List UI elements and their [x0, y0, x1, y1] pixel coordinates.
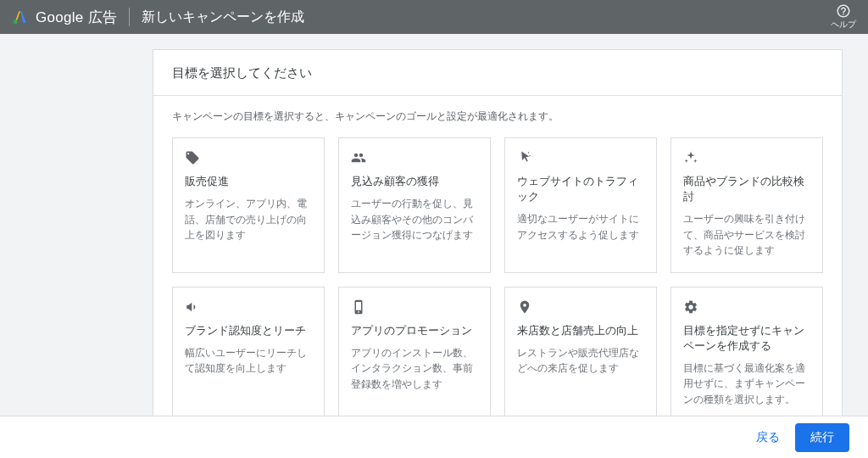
goal-title: 商品やブランドの比較検討 — [683, 174, 810, 204]
continue-button[interactable]: 続行 — [795, 423, 849, 452]
section-description: キャンペーンの目標を選択すると、キャンペーンのゴールと設定が最適化されます。 — [172, 109, 823, 124]
people-icon — [351, 150, 478, 167]
cursor-icon — [517, 150, 644, 167]
help-icon — [836, 3, 851, 19]
app-header: Google 広告 新しいキャンペーンを作成 ヘルプ — [0, 0, 868, 34]
goal-title: ブランド認知度とリーチ — [185, 323, 312, 338]
back-button[interactable]: 戻る — [756, 430, 780, 445]
goal-selection-card: 目標を選択してください キャンペーンの目標を選択すると、キャンペーンのゴールと設… — [153, 49, 843, 458]
goal-card-2[interactable]: ウェブサイトのトラフィック適切なユーザーがサイトにアクセスするよう促します — [504, 137, 657, 273]
phone-icon — [351, 299, 478, 316]
gear-icon — [683, 299, 810, 316]
goal-card-3[interactable]: 商品やブランドの比較検討ユーザーの興味を引き付けて、商品やサービスを検討するよう… — [670, 137, 823, 273]
goal-description: オンライン、アプリ内、電話、店舗での売り上げの向上を図ります — [185, 196, 312, 243]
help-button[interactable]: ヘルプ — [831, 3, 856, 31]
goal-title: ウェブサイトのトラフィック — [517, 174, 644, 204]
section-divider — [153, 95, 842, 96]
page-title: 新しいキャンペーンを作成 — [142, 8, 304, 26]
goal-description: ユーザーの興味を引き付けて、商品やサービスを検討するように促します — [683, 211, 810, 259]
goal-title: アプリのプロモーション — [351, 323, 478, 338]
goal-description: アプリのインストール数、インタラクション数、事前登録数を増やします — [351, 345, 478, 393]
product-name: Google 広告 — [36, 8, 117, 27]
goal-description: 目標に基づく最適化案を適用せずに、まずキャンペーンの種類を選択します。 — [683, 360, 810, 408]
goal-card-5[interactable]: アプリのプロモーションアプリのインストール数、インタラクション数、事前登録数を増… — [338, 287, 491, 422]
section-title: 目標を選択してください — [172, 65, 823, 81]
goal-card-0[interactable]: 販売促進オンライン、アプリ内、電話、店舗での売り上げの向上を図ります — [172, 137, 325, 273]
google-ads-logo-icon — [12, 8, 29, 25]
tag-icon — [185, 150, 312, 167]
svg-point-1 — [528, 152, 530, 154]
goal-description: ユーザーの行動を促し、見込み顧客やその他のコンバージョン獲得につなげます — [351, 196, 478, 243]
pin-icon — [517, 299, 644, 316]
goal-description: レストランや販売代理店などへの来店を促します — [517, 345, 644, 377]
goal-card-7[interactable]: 目標を指定せずにキャンペーンを作成する目標に基づく最適化案を適用せずに、まずキャ… — [670, 287, 823, 422]
goal-title: 見込み顧客の獲得 — [351, 174, 478, 189]
product-logo: Google 広告 — [12, 8, 117, 27]
megaphone-icon — [185, 299, 312, 316]
svg-point-0 — [14, 20, 18, 24]
goal-card-4[interactable]: ブランド認知度とリーチ幅広いユーザーにリーチして認知度を向上します — [172, 287, 325, 422]
footer-bar: 戻る 続行 — [0, 416, 868, 458]
goal-title: 来店数と店舗売上の向上 — [517, 323, 644, 338]
svg-point-2 — [529, 155, 531, 157]
goal-description: 適切なユーザーがサイトにアクセスするよう促します — [517, 211, 644, 243]
goal-grid: 販売促進オンライン、アプリ内、電話、店舗での売り上げの向上を図ります見込み顧客の… — [172, 137, 823, 422]
goal-card-1[interactable]: 見込み顧客の獲得ユーザーの行動を促し、見込み顧客やその他のコンバージョン獲得につ… — [338, 137, 491, 273]
goal-title: 販売促進 — [185, 174, 312, 189]
goal-description: 幅広いユーザーにリーチして認知度を向上します — [185, 345, 312, 377]
goal-card-6[interactable]: 来店数と店舗売上の向上レストランや販売代理店などへの来店を促します — [504, 287, 657, 422]
sparkle-icon — [683, 150, 810, 167]
goal-title: 目標を指定せずにキャンペーンを作成する — [683, 323, 810, 354]
help-label: ヘルプ — [831, 19, 856, 31]
header-divider — [129, 8, 130, 26]
